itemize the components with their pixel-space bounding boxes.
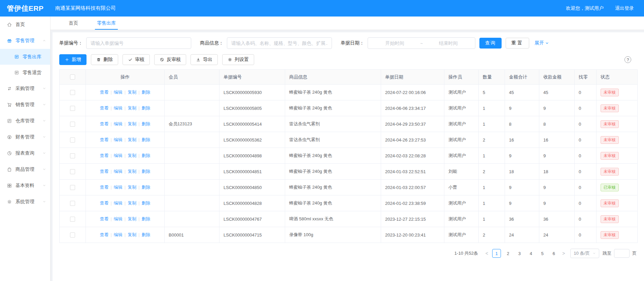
start-date-input[interactable] [370, 40, 419, 46]
copy-link[interactable]: 复制 [128, 137, 136, 142]
delete-link[interactable]: 删除 [142, 121, 150, 126]
delete-link[interactable]: 删除 [142, 216, 150, 221]
sidebar-item-report[interactable]: 报表查询 [0, 145, 50, 161]
delete-link[interactable]: 删除 [142, 185, 150, 190]
add-button[interactable]: 新增 [59, 54, 87, 65]
page-number-5[interactable]: 5 [538, 249, 547, 258]
view-link[interactable]: 查看 [100, 90, 108, 95]
reset-button[interactable]: 重置 [506, 38, 529, 49]
sidebar-item-retail-outbound[interactable]: 零售出库 [0, 49, 50, 65]
copy-link[interactable]: 复制 [128, 216, 136, 221]
jump-to-input[interactable] [614, 249, 630, 258]
cell-operator: 测试用户 [444, 85, 479, 100]
row-checkbox[interactable] [70, 185, 75, 190]
column-header: 找零 [575, 70, 597, 85]
column-settings-button[interactable]: 列设置 [222, 54, 254, 65]
delete-link[interactable]: 删除 [142, 169, 150, 174]
sidebar-item-goods[interactable]: 商品管理 [0, 161, 50, 178]
copy-link[interactable]: 复制 [128, 90, 136, 95]
next-page-button[interactable]: > [560, 251, 568, 256]
edit-link[interactable]: 编辑 [114, 105, 123, 111]
bill-date-label: 单据日期： [341, 40, 364, 46]
page-number-2[interactable]: 2 [504, 249, 512, 258]
view-link[interactable]: 查看 [100, 169, 108, 174]
row-checkbox[interactable] [70, 90, 75, 95]
row-checkbox[interactable] [70, 232, 75, 238]
tab-home[interactable]: 首页 [67, 17, 80, 30]
welcome-user[interactable]: 欢迎您，测试用户 [564, 5, 604, 11]
view-link[interactable]: 查看 [100, 153, 108, 158]
edit-link[interactable]: 编辑 [114, 216, 123, 221]
action-separator: | [110, 216, 111, 221]
edit-link[interactable]: 编辑 [114, 169, 123, 174]
help-icon[interactable]: ? [624, 56, 631, 63]
delete-button[interactable]: 删除 [91, 54, 118, 65]
view-link[interactable]: 查看 [100, 232, 108, 237]
view-link[interactable]: 查看 [100, 121, 108, 126]
sidebar-item-retail[interactable]: 零售管理 [0, 33, 50, 49]
sidebar-item-home[interactable]: 首页 [0, 17, 50, 33]
export-button[interactable]: 导出 [191, 54, 218, 65]
delete-link[interactable]: 删除 [142, 90, 150, 95]
edit-link[interactable]: 编辑 [114, 153, 123, 158]
copy-link[interactable]: 复制 [128, 185, 136, 190]
view-link[interactable]: 查看 [100, 216, 108, 221]
product-info-input[interactable] [227, 37, 332, 49]
expand-link[interactable]: 展开 [535, 40, 549, 46]
edit-link[interactable]: 编辑 [114, 90, 123, 95]
copy-link[interactable]: 复制 [128, 105, 136, 111]
page-number-3[interactable]: 3 [515, 249, 524, 258]
sidebar-item-basic[interactable]: 基本资料 [0, 178, 50, 194]
copy-link[interactable]: 复制 [128, 153, 136, 158]
sidebar-item-system[interactable]: 系统管理 [0, 194, 50, 210]
sidebar-item-purchase[interactable]: 采购管理 [0, 81, 50, 97]
page-number-6[interactable]: 6 [549, 249, 558, 258]
copy-link[interactable]: 复制 [128, 121, 136, 126]
page-number-4[interactable]: 4 [527, 249, 535, 258]
edit-link[interactable]: 编辑 [114, 121, 123, 126]
column-header: 操作员 [444, 70, 479, 85]
bill-no-label: 单据编号： [59, 40, 83, 46]
view-link[interactable]: 查看 [100, 105, 108, 111]
sidebar-item-finance[interactable]: 财务管理 [0, 129, 50, 145]
delete-link[interactable]: 删除 [142, 200, 150, 206]
row-checkbox[interactable] [70, 153, 75, 158]
prev-page-button[interactable]: < [483, 251, 491, 256]
row-checkbox[interactable] [70, 137, 75, 143]
row-checkbox[interactable] [70, 217, 75, 222]
edit-link[interactable]: 编辑 [114, 232, 123, 237]
sidebar-item-warehouse[interactable]: 仓库管理 [0, 113, 50, 129]
page-size-select[interactable]: 10 条/页 [570, 249, 599, 258]
date-range-picker[interactable]: ~ [368, 37, 475, 49]
page-number-1[interactable]: 1 [492, 249, 501, 258]
logout-button[interactable]: 退出登录 [613, 5, 634, 11]
search-button[interactable]: 查询 [479, 38, 502, 49]
row-checkbox[interactable] [70, 169, 75, 174]
delete-link[interactable]: 删除 [142, 137, 150, 142]
view-link[interactable]: 查看 [100, 185, 108, 190]
sidebar-item-sales[interactable]: 销售管理 [0, 97, 50, 113]
end-date-input[interactable] [423, 40, 473, 46]
copy-link[interactable]: 复制 [128, 169, 136, 174]
audit-button[interactable]: 审核 [123, 54, 150, 65]
bill-no-input[interactable] [86, 37, 191, 49]
unaudit-button[interactable]: 反审核 [154, 54, 186, 65]
copy-link[interactable]: 复制 [128, 200, 136, 206]
row-select-cell [60, 116, 86, 132]
row-checkbox[interactable] [70, 201, 75, 206]
delete-link[interactable]: 删除 [142, 105, 150, 111]
tab-retail-outbound[interactable]: 零售出库 [95, 17, 118, 30]
copy-link[interactable]: 复制 [128, 232, 136, 237]
edit-link[interactable]: 编辑 [114, 137, 123, 142]
edit-link[interactable]: 编辑 [114, 200, 123, 206]
table-row: 查看|编辑|复制|删除LSCK00000005930蜂蜜柚子茶 240g 黄色2… [60, 85, 638, 100]
delete-link[interactable]: 删除 [142, 153, 150, 158]
sidebar-item-retail-return[interactable]: 零售退货 [0, 65, 50, 81]
view-link[interactable]: 查看 [100, 200, 108, 206]
view-link[interactable]: 查看 [100, 137, 108, 142]
row-checkbox[interactable] [70, 122, 75, 127]
delete-link[interactable]: 删除 [142, 232, 150, 237]
edit-link[interactable]: 编辑 [114, 185, 123, 190]
select-all-checkbox[interactable] [70, 74, 75, 80]
row-checkbox[interactable] [70, 106, 75, 111]
